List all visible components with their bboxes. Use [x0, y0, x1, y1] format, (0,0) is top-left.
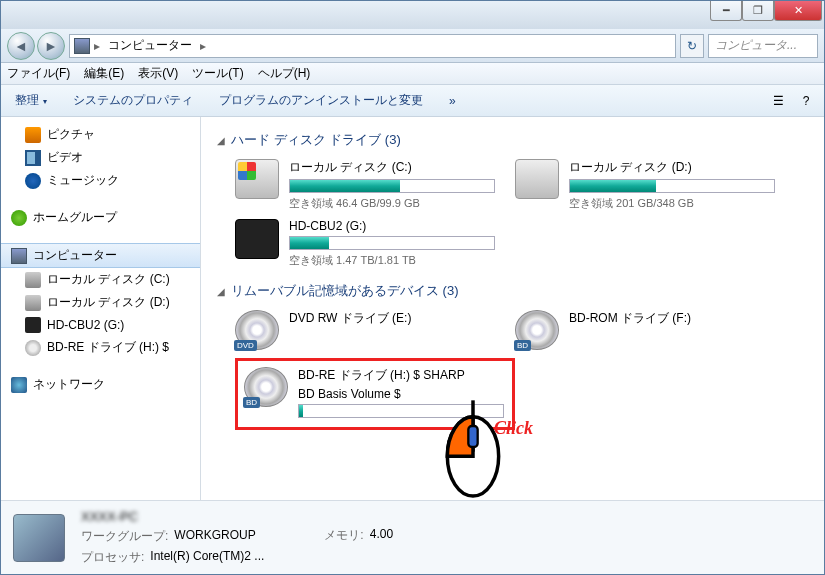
memory-label: メモリ:: [324, 527, 363, 544]
address-bar[interactable]: ▸ コンピューター ▸: [69, 34, 676, 58]
sidebar-label: HD-CBU2 (G:): [47, 318, 124, 332]
drive-item-c[interactable]: ローカル ディスク (C:) 空き領域 46.4 GB/99.9 GB: [235, 159, 495, 211]
organize-button[interactable]: 整理: [7, 88, 55, 113]
sidebar-label: BD-RE ドライブ (H:) $: [47, 339, 169, 356]
drive-name: DVD RW ドライブ (E:): [289, 310, 495, 327]
sidebar-item-drive-d[interactable]: ローカル ディスク (D:): [1, 291, 200, 314]
sidebar-label: ビデオ: [47, 149, 83, 166]
bd-drive-icon: [244, 367, 288, 407]
drive-name: ローカル ディスク (C:): [289, 159, 495, 176]
section-header-hdd[interactable]: ◢ ハード ディスク ドライブ (3): [217, 131, 808, 149]
sidebar-label: ミュージック: [47, 172, 119, 189]
pictures-icon: [25, 127, 41, 143]
sidebar-label: ネットワーク: [33, 376, 105, 393]
collapse-icon: ◢: [217, 286, 225, 297]
sidebar-label: コンピューター: [33, 247, 117, 264]
sidebar-item-computer[interactable]: コンピューター: [1, 243, 200, 268]
maximize-button[interactable]: ❐: [742, 1, 774, 21]
explorer-window: ━ ❐ ✕ ◄ ► ▸ コンピューター ▸ ↻ コンピュータ... ファイル(F…: [0, 0, 825, 575]
view-options-button[interactable]: ☰: [766, 89, 790, 113]
drive-free-space: 空き領域 201 GB/348 GB: [569, 196, 775, 211]
sidebar-item-music[interactable]: ミュージック: [1, 169, 200, 192]
sidebar-item-pictures[interactable]: ピクチャ: [1, 123, 200, 146]
drive-subname: BD Basis Volume $: [298, 387, 504, 401]
drive-item-g[interactable]: HD-CBU2 (G:) 空き領域 1.47 TB/1.81 TB: [235, 219, 495, 268]
content-pane: ◢ ハード ディスク ドライブ (3) ローカル ディスク (C:) 空き領域 …: [201, 117, 824, 500]
drive-item-f[interactable]: BD-ROM ドライブ (F:): [515, 310, 775, 350]
sidebar-item-network[interactable]: ネットワーク: [1, 373, 200, 396]
system-properties-button[interactable]: システムのプロパティ: [65, 88, 201, 113]
optical-disc-icon: [25, 340, 41, 356]
drive-name: ローカル ディスク (D:): [569, 159, 775, 176]
music-icon: [25, 173, 41, 189]
workgroup-label: ワークグループ:: [81, 528, 168, 545]
search-input[interactable]: コンピュータ...: [708, 34, 818, 58]
menu-edit[interactable]: 編集(E): [84, 65, 124, 82]
close-button[interactable]: ✕: [774, 1, 822, 21]
collapse-icon: ◢: [217, 135, 225, 146]
navigation-pane: ピクチャ ビデオ ミュージック ホームグループ コンピューター ローカル ディス…: [1, 117, 201, 500]
computer-large-icon: [13, 514, 65, 562]
sidebar-label: ホームグループ: [33, 209, 117, 226]
body: ピクチャ ビデオ ミュージック ホームグループ コンピューター ローカル ディス…: [1, 117, 824, 500]
more-button[interactable]: »: [441, 90, 464, 112]
drive-name: BD-ROM ドライブ (F:): [569, 310, 775, 327]
external-disk-icon: [235, 219, 279, 259]
homegroup-icon: [11, 210, 27, 226]
toolbar: 整理 システムのプロパティ プログラムのアンインストールと変更 » ☰ ?: [1, 85, 824, 117]
sidebar-item-drive-c[interactable]: ローカル ディスク (C:): [1, 268, 200, 291]
menu-help[interactable]: ヘルプ(H): [258, 65, 311, 82]
pc-name: XXXX-PC: [81, 509, 138, 524]
drive-item-d[interactable]: ローカル ディスク (D:) 空き領域 201 GB/348 GB: [515, 159, 775, 211]
disk-icon: [25, 295, 41, 311]
videos-icon: [25, 150, 41, 166]
section-title: リムーバブル記憶域があるデバイス (3): [231, 282, 459, 300]
section-header-removable[interactable]: ◢ リムーバブル記憶域があるデバイス (3): [217, 282, 808, 300]
drive-name: BD-RE ドライブ (H:) $ SHARP: [298, 367, 504, 384]
sidebar-label: ピクチャ: [47, 126, 95, 143]
crumb-separator: ▸: [94, 39, 100, 53]
drive-item-h[interactable]: BD-RE ドライブ (H:) $ SHARP BD Basis Volume …: [244, 367, 504, 421]
drive-item-e[interactable]: DVD RW ドライブ (E:): [235, 310, 495, 350]
disk-icon: [25, 272, 41, 288]
refresh-button[interactable]: ↻: [680, 34, 704, 58]
menu-file[interactable]: ファイル(F): [7, 65, 70, 82]
drive-capacity-bar: [298, 404, 504, 418]
drive-free-space: 空き領域 46.4 GB/99.9 GB: [289, 196, 495, 211]
titlebar: ━ ❐ ✕: [1, 1, 824, 29]
sidebar-label: ローカル ディスク (C:): [47, 271, 170, 288]
drive-capacity-bar: [289, 179, 495, 193]
sidebar-item-drive-h[interactable]: BD-RE ドライブ (H:) $: [1, 336, 200, 359]
annotation-highlight: BD-RE ドライブ (H:) $ SHARP BD Basis Volume …: [235, 358, 515, 430]
forward-button[interactable]: ►: [37, 32, 65, 60]
sidebar-item-videos[interactable]: ビデオ: [1, 146, 200, 169]
back-button[interactable]: ◄: [7, 32, 35, 60]
breadcrumb-computer[interactable]: コンピューター: [104, 37, 196, 54]
drive-free-space: 空き領域 1.47 TB/1.81 TB: [289, 253, 495, 268]
sidebar-item-homegroup[interactable]: ホームグループ: [1, 206, 200, 229]
navigation-bar: ◄ ► ▸ コンピューター ▸ ↻ コンピュータ...: [1, 29, 824, 63]
drive-name: HD-CBU2 (G:): [289, 219, 495, 233]
computer-icon: [11, 248, 27, 264]
menu-bar: ファイル(F) 編集(E) 表示(V) ツール(T) ヘルプ(H): [1, 63, 824, 85]
uninstall-programs-button[interactable]: プログラムのアンインストールと変更: [211, 88, 431, 113]
menu-tools[interactable]: ツール(T): [192, 65, 243, 82]
minimize-button[interactable]: ━: [710, 1, 742, 21]
dvd-drive-icon: [235, 310, 279, 350]
section-title: ハード ディスク ドライブ (3): [231, 131, 401, 149]
bd-drive-icon: [515, 310, 559, 350]
crumb-separator: ▸: [200, 39, 206, 53]
menu-view[interactable]: 表示(V): [138, 65, 178, 82]
local-disk-icon: [515, 159, 559, 199]
network-icon: [11, 377, 27, 393]
computer-icon: [74, 38, 90, 54]
workgroup-value: WORKGROUP: [174, 528, 255, 545]
processor-value: Intel(R) Core(TM)2 ...: [150, 549, 264, 566]
details-pane: XXXX-PC ワークグループ:WORKGROUP プロセッサ:Intel(R)…: [1, 500, 824, 574]
help-button[interactable]: ?: [794, 89, 818, 113]
sidebar-item-drive-g[interactable]: HD-CBU2 (G:): [1, 314, 200, 336]
local-disk-icon: [235, 159, 279, 199]
nav-buttons: ◄ ►: [7, 32, 65, 60]
sidebar-label: ローカル ディスク (D:): [47, 294, 170, 311]
external-disk-icon: [25, 317, 41, 333]
